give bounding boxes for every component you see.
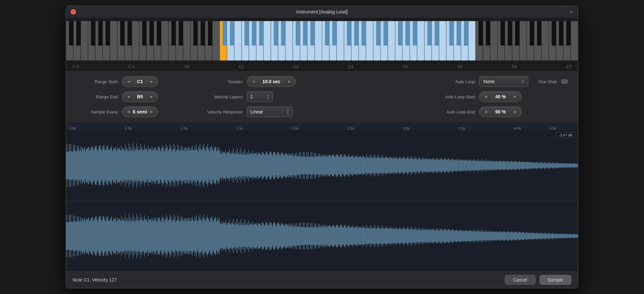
svg-rect-167 [95, 147, 95, 184]
svg-rect-932 [72, 222, 73, 250]
svg-rect-546 [337, 154, 338, 177]
svg-rect-1247 [274, 222, 274, 250]
svg-rect-1210 [250, 224, 251, 248]
svg-rect-129 [71, 144, 71, 187]
svg-rect-1257 [280, 225, 281, 247]
svg-rect-760 [474, 159, 475, 172]
svg-rect-662 [412, 159, 412, 173]
svg-rect-153 [86, 149, 86, 182]
svg-rect-454 [279, 153, 279, 178]
svg-rect-1429 [390, 229, 391, 244]
svg-rect-174 [99, 146, 100, 185]
svg-rect-1531 [456, 230, 456, 242]
svg-rect-55 [469, 21, 475, 61]
svg-rect-858 [537, 163, 537, 168]
svg-rect-1710 [570, 234, 571, 238]
svg-rect-1105 [183, 220, 183, 252]
svg-rect-785 [490, 161, 491, 169]
keyboard-wrapper[interactable] [66, 21, 578, 64]
svg-rect-978 [102, 220, 102, 252]
svg-rect-1056 [152, 217, 152, 255]
minimize-button[interactable] [569, 12, 573, 12]
svg-rect-986 [107, 218, 107, 254]
svg-rect-1275 [292, 227, 292, 245]
cancel-button[interactable]: Cancel [505, 275, 536, 285]
svg-rect-1175 [228, 222, 228, 250]
svg-rect-850 [532, 162, 532, 169]
svg-rect-985 [106, 217, 107, 255]
sample-every-control[interactable]: ◀ 6 semi ▶ [122, 107, 158, 117]
svg-rect-600 [372, 158, 372, 173]
svg-rect-369 [224, 153, 224, 179]
svg-rect-1267 [287, 224, 287, 248]
velocity-layers-label: Velocity Layers: [201, 94, 243, 99]
svg-rect-1124 [195, 220, 196, 252]
range-start-control[interactable]: ◀ C1 ▶ [122, 76, 158, 87]
svg-rect-1011 [123, 220, 123, 252]
svg-rect-920 [577, 164, 577, 167]
svg-rect-913 [572, 164, 572, 167]
svg-rect-1300 [308, 222, 308, 250]
svg-rect-1364 [349, 225, 349, 247]
svg-rect-102 [398, 21, 402, 45]
auto-loop-start-control[interactable]: ◀ 40 % ▶ [479, 91, 522, 102]
svg-rect-1236 [267, 222, 267, 250]
svg-rect-1537 [460, 231, 460, 241]
svg-rect-1240 [269, 222, 270, 250]
velocity-layers-stepper[interactable]: 1 ▲ ▼ [247, 91, 273, 102]
svg-rect-1642 [527, 232, 527, 240]
svg-rect-845 [529, 162, 529, 169]
svg-rect-827 [517, 162, 518, 168]
svg-rect-415 [254, 154, 254, 177]
svg-rect-388 [236, 154, 237, 178]
svg-rect-679 [423, 158, 423, 174]
svg-rect-1146 [209, 222, 210, 250]
svg-rect-448 [275, 152, 275, 179]
svg-rect-239 [141, 149, 141, 182]
svg-rect-668 [415, 159, 416, 172]
svg-rect-543 [335, 156, 336, 175]
svg-rect-1219 [256, 223, 256, 249]
svg-rect-1234 [266, 222, 266, 250]
svg-rect-930 [71, 222, 72, 251]
svg-rect-179 [103, 146, 103, 185]
svg-rect-712 [444, 159, 444, 172]
svg-rect-591 [366, 155, 366, 176]
close-button[interactable]: × [71, 9, 76, 14]
svg-rect-1241 [270, 223, 270, 250]
svg-rect-1081 [168, 222, 168, 251]
svg-rect-275 [164, 151, 164, 180]
velocity-response-stepper[interactable]: Linear ▲ ▼ [247, 107, 293, 117]
svg-rect-1377 [357, 228, 357, 244]
auto-loop-select[interactable]: None ⬍ [479, 76, 528, 87]
svg-rect-781 [488, 161, 488, 170]
svg-rect-1686 [555, 234, 555, 238]
waveform-section[interactable]: 0.0s 0.5s 1.0s 1.5s 2.0s 2.5s 3.0s 3.5s … [66, 122, 578, 271]
svg-rect-171 [97, 151, 98, 180]
svg-rect-252 [149, 149, 150, 182]
svg-rect-806 [504, 161, 504, 170]
svg-rect-208 [121, 146, 121, 185]
svg-rect-1090 [173, 214, 174, 257]
svg-rect-1060 [154, 218, 155, 254]
svg-rect-276 [165, 150, 165, 182]
svg-rect-683 [425, 160, 426, 171]
svg-rect-1252 [277, 223, 278, 249]
svg-rect-298 [179, 146, 179, 185]
one-shot-checkbox[interactable] [561, 79, 568, 84]
sustain-control[interactable]: ◀ 10.0 sec ▶ [247, 76, 296, 87]
range-start-value: C1 [130, 79, 150, 84]
auto-loop-end-control[interactable]: ◀ 90 % ▶ [479, 107, 522, 117]
range-end-control[interactable]: ◀ B5 ▶ [122, 91, 158, 102]
svg-rect-1568 [479, 231, 480, 241]
waveform-canvas: -3.67 dB [66, 130, 578, 271]
svg-rect-693 [431, 159, 432, 172]
svg-rect-1400 [372, 229, 372, 243]
sample-button[interactable]: Sample [540, 275, 571, 285]
svg-rect-1584 [490, 230, 490, 242]
svg-rect-164 [93, 149, 93, 182]
svg-rect-1668 [543, 234, 544, 238]
svg-rect-1545 [465, 231, 465, 241]
svg-rect-1052 [149, 220, 150, 252]
svg-rect-984 [106, 220, 106, 252]
